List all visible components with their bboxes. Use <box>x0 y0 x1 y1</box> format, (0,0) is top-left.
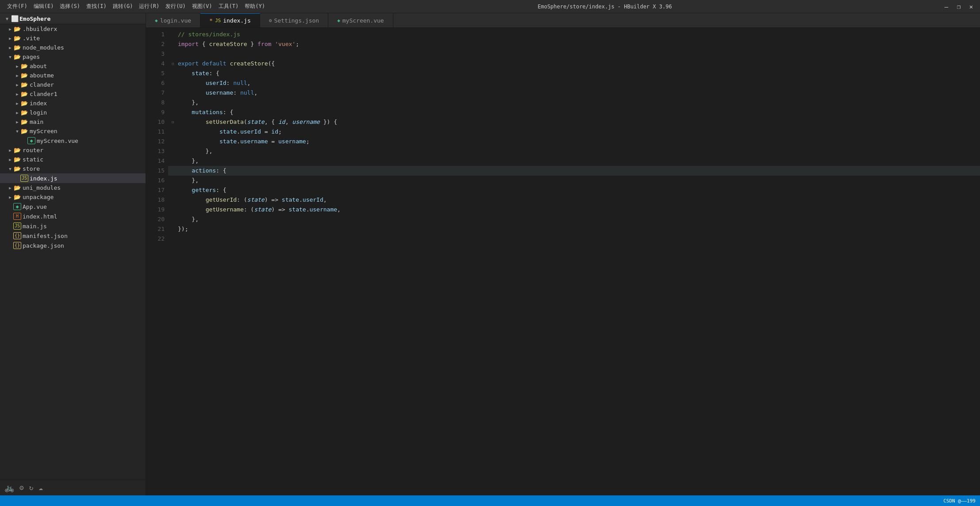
line-number: 19 <box>146 205 165 215</box>
chevron-icon: ▶ <box>7 157 13 162</box>
menu-item-tools[interactable]: 工具(T) <box>216 2 242 11</box>
line-number: 8 <box>146 98 165 107</box>
tab-label: Settings.json <box>274 17 319 24</box>
sidebar-item-index[interactable]: ▶ 📂 index <box>0 99 146 108</box>
main-layout: ▼ ⬜ EmoSphere ▶ 📂 .hbuilderx ▶ 📂 .vite ▶… <box>0 13 980 495</box>
file-icon: ◆ <box>27 137 35 144</box>
sidebar-item-myScreen-vue[interactable]: ◆ myScreen.vue <box>0 136 146 146</box>
file-icon: JS <box>13 222 21 230</box>
sidebar-item-unpackage[interactable]: ▶ 📂 unpackage <box>0 192 146 202</box>
menu-bar[interactable]: 文件(F) 编辑(E) 选择(S) 查找(I) 跳转(G) 运行(R) 发行(U… <box>4 2 268 11</box>
sidebar-item-store-index-js[interactable]: JS index.js <box>0 173 146 183</box>
tree-item-label: .hbuilderx <box>23 26 57 32</box>
sidebar-item-clander1[interactable]: ▶ 📂 clander1 <box>0 89 146 99</box>
settings-icon[interactable]: ⚙ <box>19 483 24 492</box>
tab-settings-json[interactable]: ⚙ Settings.json <box>260 13 328 27</box>
menu-item-publish[interactable]: 发行(U) <box>163 2 188 11</box>
code-line: state.username = username; <box>168 137 980 146</box>
sidebar-item-login[interactable]: ▶ 📂 login <box>0 108 146 117</box>
file-icon: JS <box>20 175 28 182</box>
tree-item-label: myScreen.vue <box>37 138 78 144</box>
sidebar-item-pages[interactable]: ▼ 📂 pages <box>0 52 146 61</box>
sidebar-item-router[interactable]: ▶ 📂 router <box>0 146 146 155</box>
chevron-icon: ▼ <box>7 55 13 59</box>
sidebar-item-myScreen[interactable]: ▼ 📂 myScreen <box>0 126 146 136</box>
sidebar-item-node_modules[interactable]: ▶ 📂 node_modules <box>0 43 146 52</box>
bike-icon[interactable]: 🚲 <box>4 483 14 492</box>
tree-item-label: index.js <box>30 175 58 182</box>
sidebar-item-main[interactable]: ▶ 📂 main <box>0 117 146 126</box>
tree-item-label: about <box>30 63 47 69</box>
tree-item-label: router <box>23 147 43 153</box>
js-icon: JS <box>215 18 221 23</box>
window-controls[interactable]: — ❐ ✕ <box>942 3 976 10</box>
minimize-button[interactable]: — <box>942 3 951 10</box>
sidebar-item-app-vue[interactable]: ◆ App.vue <box>0 202 146 211</box>
tab-myscreen-vue[interactable]: ◆ myScreen.vue <box>328 13 393 27</box>
code-editor[interactable]: 12345678910111213141516171819202122 // s… <box>146 28 980 495</box>
sidebar-item-index-html[interactable]: H index.html <box>0 211 146 221</box>
menu-item-edit[interactable]: 编辑(E) <box>31 2 57 11</box>
tab-label: myScreen.vue <box>342 17 384 24</box>
sidebar-item-vite[interactable]: ▶ 📂 .vite <box>0 34 146 43</box>
fold-arrow-icon[interactable]: ⊟ <box>172 117 178 127</box>
folder-icon: 📂 <box>13 26 21 32</box>
menu-item-file[interactable]: 文件(F) <box>4 2 30 11</box>
tree-item-label: main <box>30 119 43 125</box>
menu-item-goto[interactable]: 跳转(G) <box>110 2 136 11</box>
folder-icon: 📂 <box>20 119 28 125</box>
code-line: ⊟ setUserData(state, { id, username }) { <box>168 117 980 127</box>
code-line: }, <box>168 98 980 107</box>
line-number: 3 <box>146 49 165 59</box>
chevron-icon: ▼ <box>7 167 13 171</box>
close-button[interactable]: ✕ <box>967 3 976 10</box>
sidebar-item-clander[interactable]: ▶ 📂 clander <box>0 80 146 89</box>
sidebar-item-manifest-json[interactable]: {} manifest.json <box>0 231 146 241</box>
sidebar-item-uni_modules[interactable]: ▶ 📂 uni_modules <box>0 183 146 192</box>
menu-item-search[interactable]: 查找(I) <box>84 2 109 11</box>
code-line: actions: { <box>168 166 980 176</box>
line-code: getters: { <box>178 185 227 195</box>
folder-icon: 📂 <box>20 91 28 97</box>
line-number: 1 <box>146 30 165 39</box>
menu-item-select[interactable]: 选择(S) <box>57 2 83 11</box>
code-line: }); <box>168 224 980 234</box>
root-chevron-icon: ▼ <box>4 16 11 21</box>
sidebar-item-hbuilderx[interactable]: ▶ 📂 .hbuilderx <box>0 24 146 34</box>
sidebar-item-static[interactable]: ▶ 📂 static <box>0 155 146 164</box>
fold-arrow-icon[interactable]: ⊟ <box>172 59 178 69</box>
sidebar-item-main-js[interactable]: JS main.js <box>0 221 146 231</box>
statusbar-right: CSDN @——199 <box>943 498 976 504</box>
line-number: 14 <box>146 156 165 166</box>
tree-item-label: static <box>23 156 43 163</box>
sidebar-item-store[interactable]: ▼ 📂 store <box>0 164 146 173</box>
file-icon: {} <box>13 242 21 249</box>
line-code: state: { <box>178 69 219 78</box>
window-title: EmoSphere/store/index.js - HBuilder X 3.… <box>538 4 672 10</box>
line-number: 20 <box>146 215 165 224</box>
sidebar: ▼ ⬜ EmoSphere ▶ 📂 .hbuilderx ▶ 📂 .vite ▶… <box>0 13 146 495</box>
menu-item-view[interactable]: 视图(V) <box>189 2 215 11</box>
tab-login-vue[interactable]: ◆ login.vue <box>146 13 200 27</box>
project-icon: ⬜ <box>11 15 19 22</box>
maximize-button[interactable]: ❐ <box>954 3 963 10</box>
titlebar: 文件(F) 编辑(E) 选择(S) 查找(I) 跳转(G) 运行(R) 发行(U… <box>0 0 980 13</box>
menu-item-help[interactable]: 帮助(Y) <box>242 2 268 11</box>
file-tree: ▶ 📂 .hbuilderx ▶ 📂 .vite ▶ 📂 node_module… <box>0 24 146 250</box>
sidebar-item-aboutme[interactable]: ▶ 📂 aboutme <box>0 71 146 80</box>
tab-index-js[interactable]: * JS index.js <box>200 13 260 27</box>
line-code: }); <box>178 224 188 234</box>
tree-item-label: aboutme <box>30 72 54 79</box>
refresh-icon[interactable]: ↻ <box>29 483 34 492</box>
menu-item-run[interactable]: 运行(R) <box>136 2 162 11</box>
chevron-icon: ▶ <box>7 46 13 50</box>
tree-item-label: store <box>23 165 40 172</box>
root-label: EmoSphere <box>19 15 50 22</box>
chevron-icon: ▶ <box>14 73 20 78</box>
sidebar-root[interactable]: ▼ ⬜ EmoSphere <box>0 13 146 24</box>
line-code: }, <box>178 156 199 166</box>
sidebar-item-package-json[interactable]: {} package.json <box>0 241 146 250</box>
folder-icon: 📂 <box>13 35 21 42</box>
link-icon[interactable]: ☁ <box>38 483 43 492</box>
sidebar-item-about[interactable]: ▶ 📂 about <box>0 61 146 71</box>
